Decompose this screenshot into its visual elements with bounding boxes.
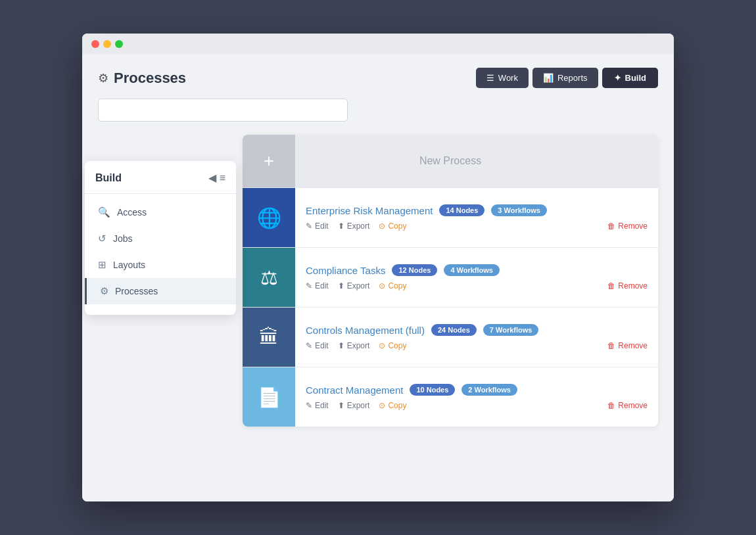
build-icon: ✦ (614, 73, 621, 83)
process-actions-conm: ✎ Edit ⬆ Export ⊙ Copy (306, 401, 648, 410)
dot-red (91, 40, 99, 48)
process-icon-erm: 🌐 (243, 188, 295, 247)
remove-button-conm[interactable]: 🗑 Remove (607, 401, 648, 410)
process-actions-cm: ✎ Edit ⬆ Export ⊙ Copy (306, 341, 648, 350)
remove-button-erm[interactable]: 🗑 Remove (607, 221, 648, 231)
new-process-row: + New Process (243, 135, 658, 187)
reports-button[interactable]: 📊 Reports (532, 68, 598, 88)
edit-button-erm[interactable]: ✎ Edit (306, 221, 329, 231)
main-content: Build ◀ ≡ 🔍 Access ↺ Jobs ⊞ Layouts ⚙ (98, 135, 658, 427)
new-process-label: New Process (295, 155, 658, 167)
export-icon: ⬆ (338, 341, 344, 350)
remove-icon: 🗑 (607, 401, 615, 410)
copy-icon: ⊙ (379, 281, 385, 291)
jobs-icon: ↺ (98, 233, 106, 244)
new-process-button[interactable]: + (243, 135, 295, 187)
sidebar-item-label-access: Access (117, 207, 147, 218)
process-name-row-erm: Enterprise Risk Management 14 Nodes 3 Wo… (306, 204, 648, 216)
process-name-row-ct: Compliance Tasks 12 Nodes 4 Workflows (306, 264, 648, 276)
process-actions-ct: ✎ Edit ⬆ Export ⊙ Copy (306, 281, 648, 291)
workflows-badge-ct: 4 Workflows (444, 264, 500, 276)
sidebar-item-layouts[interactable]: ⊞ Layouts (85, 252, 236, 278)
page-title-area: ⚙ Processes (98, 70, 186, 87)
sidebar-item-access[interactable]: 🔍 Access (85, 199, 236, 225)
edit-icon: ✎ (306, 221, 312, 231)
layouts-icon: ⊞ (98, 259, 106, 271)
process-name-row-conm: Contract Management 10 Nodes 2 Workflows (306, 384, 648, 396)
remove-icon: 🗑 (607, 341, 615, 350)
sidebar-item-processes[interactable]: ⚙ Processes (85, 278, 236, 304)
access-icon: 🔍 (98, 206, 110, 218)
copy-button-ct[interactable]: ⊙ Copy (379, 281, 406, 291)
process-name-row-cm: Controls Management (full) 24 Nodes 7 Wo… (306, 324, 648, 336)
dot-yellow (103, 40, 111, 48)
export-button-conm[interactable]: ⬆ Export (338, 401, 370, 410)
process-icon-conm: 📄 (243, 367, 295, 427)
process-info-ct: Compliance Tasks 12 Nodes 4 Workflows ✎ … (295, 256, 658, 298)
sidebar-item-label-layouts: Layouts (113, 260, 145, 270)
page-header: ⚙ Processes ☰ Work 📊 Reports ✦ Build (98, 68, 658, 88)
export-icon: ⬆ (338, 281, 344, 291)
edit-button-conm[interactable]: ✎ Edit (306, 401, 329, 410)
export-button-erm[interactable]: ⬆ Export (338, 221, 370, 231)
edit-button-ct[interactable]: ✎ Edit (306, 281, 329, 291)
table-row: 📄 Contract Management 10 Nodes 2 Workflo… (243, 367, 658, 427)
building-icon: 🏛 (259, 326, 279, 348)
process-icon-cm: 🏛 (243, 308, 295, 367)
copy-button-erm[interactable]: ⊙ Copy (379, 221, 406, 231)
copy-button-cm[interactable]: ⊙ Copy (379, 341, 406, 350)
search-input[interactable] (98, 99, 348, 122)
process-name-ct[interactable]: Compliance Tasks (306, 265, 385, 276)
document-icon: 📄 (257, 386, 281, 409)
copy-icon: ⊙ (379, 341, 385, 350)
page-title: Processes (114, 70, 186, 87)
export-button-cm[interactable]: ⬆ Export (338, 341, 370, 350)
edit-button-cm[interactable]: ✎ Edit (306, 341, 329, 350)
process-info-erm: Enterprise Risk Management 14 Nodes 3 Wo… (295, 197, 658, 239)
remove-button-ct[interactable]: 🗑 Remove (607, 281, 648, 291)
header-buttons: ☰ Work 📊 Reports ✦ Build (476, 68, 658, 88)
copy-icon: ⊙ (379, 401, 385, 410)
process-info-cm: Controls Management (full) 24 Nodes 7 Wo… (295, 316, 658, 358)
edit-icon: ✎ (306, 281, 312, 291)
workflows-badge-erm: 3 Workflows (491, 204, 547, 216)
export-icon: ⬆ (338, 401, 344, 410)
sidebar-header: Build ◀ ≡ (85, 172, 236, 194)
process-name-cm[interactable]: Controls Management (full) (306, 325, 425, 336)
work-icon: ☰ (486, 73, 494, 83)
table-row: ⚖ Compliance Tasks 12 Nodes 4 Workflows … (243, 247, 658, 307)
process-info-conm: Contract Management 10 Nodes 2 Workflows… (295, 376, 658, 418)
nodes-badge-ct: 12 Nodes (392, 264, 437, 276)
build-button[interactable]: ✦ Build (602, 68, 659, 88)
workflows-badge-conm: 2 Workflows (461, 384, 517, 396)
plus-icon: + (264, 151, 274, 172)
sidebar-title: Build (95, 172, 122, 184)
build-btn-container: ✦ Build (602, 68, 659, 88)
edit-icon: ✎ (306, 401, 312, 410)
sidebar-item-label-jobs: Jobs (113, 233, 133, 244)
globe-icon: 🌐 (257, 206, 281, 229)
sidebar: Build ◀ ≡ 🔍 Access ↺ Jobs ⊞ Layouts ⚙ (85, 161, 236, 315)
export-button-ct[interactable]: ⬆ Export (338, 281, 370, 291)
processes-icon: ⚙ (98, 71, 108, 85)
table-row: 🏛 Controls Management (full) 24 Nodes 7 … (243, 307, 658, 367)
export-icon: ⬆ (338, 221, 344, 231)
search-bar-container (98, 99, 348, 122)
process-name-conm[interactable]: Contract Management (306, 384, 403, 396)
sidebar-menu-icon[interactable]: ◀ ≡ (208, 172, 225, 184)
dot-green (115, 40, 123, 48)
work-button[interactable]: ☰ Work (476, 68, 529, 88)
sidebar-item-label-processes: Processes (115, 286, 158, 296)
process-name-erm[interactable]: Enterprise Risk Management (306, 205, 433, 216)
gavel-icon: ⚖ (260, 266, 278, 289)
process-actions-erm: ✎ Edit ⬆ Export ⊙ Copy (306, 221, 648, 231)
remove-icon: 🗑 (607, 221, 615, 231)
remove-button-cm[interactable]: 🗑 Remove (607, 341, 648, 350)
nodes-badge-erm: 14 Nodes (439, 204, 484, 216)
processes-sidebar-icon: ⚙ (100, 285, 108, 297)
nodes-badge-cm: 24 Nodes (431, 324, 477, 336)
sidebar-item-jobs[interactable]: ↺ Jobs (85, 225, 236, 252)
browser-content: ⚙ Processes ☰ Work 📊 Reports ✦ Build (82, 55, 674, 501)
copy-button-conm[interactable]: ⊙ Copy (379, 401, 406, 410)
process-list-wrapper: + New Process 🌐 Enterprise Risk Manageme… (243, 135, 658, 427)
